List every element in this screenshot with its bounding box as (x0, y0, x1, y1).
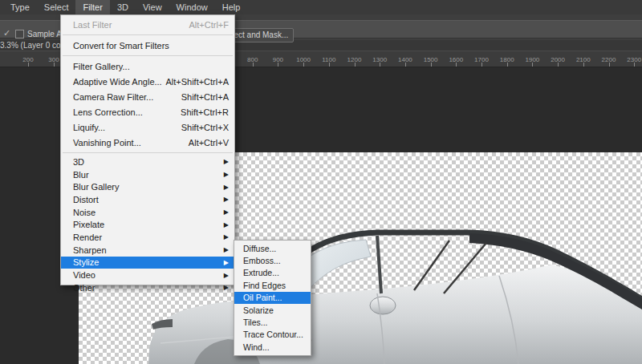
menu-separator (63, 152, 233, 153)
menu-item-blur-gallery[interactable]: Blur Gallery ▶ (61, 180, 234, 193)
submenu-arrow-icon: ▶ (222, 233, 229, 241)
ruler-tick (329, 63, 330, 67)
ruler-tick (405, 63, 406, 67)
menu-separator (63, 55, 233, 56)
menu-item-other[interactable]: Other ▶ (61, 281, 234, 294)
menu-item-blur[interactable]: Blur ▶ (61, 168, 234, 181)
submenu-arrow-icon: ▶ (222, 246, 229, 253)
ruler-tick (355, 63, 356, 67)
stylize-submenu: Diffuse... Emboss... Extrude... Find Edg… (234, 240, 311, 356)
submenu-arrow-icon: ▶ (222, 259, 229, 266)
ruler-tick (28, 63, 29, 67)
submenu-arrow-icon: ▶ (222, 272, 229, 279)
filter-dropdown-menu: Last Filter Alt+Ctrl+F Convert for Smart… (60, 14, 235, 285)
ruler-tick (634, 63, 635, 67)
menu-item-liquify[interactable]: Liquify... Shift+Ctrl+X (61, 119, 234, 135)
menu-filter[interactable]: Filter (75, 0, 109, 14)
ruler-tick (380, 63, 380, 67)
menu-help[interactable]: Help (215, 0, 248, 14)
submenu-item-trace-contour[interactable]: Trace Contour... (234, 329, 311, 341)
menu-item-convert-for-smart-filters[interactable]: Convert for Smart Filters (61, 38, 234, 53)
menu-bar: Type Select Filter 3D View Window Help (0, 0, 642, 14)
submenu-item-solarize[interactable]: Solarize (234, 304, 311, 316)
menu-view[interactable]: View (136, 0, 169, 14)
submenu-arrow-icon: ▶ (222, 221, 229, 229)
menu-item-camera-raw-filter[interactable]: Camera Raw Filter... Shift+Ctrl+A (61, 89, 234, 104)
menu-item-video[interactable]: Video ▶ (61, 269, 234, 281)
menu-item-3d[interactable]: 3D ▶ (61, 156, 234, 168)
checkmark-icon: ✓ (3, 28, 10, 38)
menu-item-filter-gallery[interactable]: Filter Gallery... (61, 59, 234, 74)
submenu-item-find-edges[interactable]: Find Edges (234, 279, 311, 291)
document-tab-title[interactable]: 3.3% (Layer 0 cop (0, 41, 63, 50)
menu-item-render[interactable]: Render ▶ (61, 231, 234, 244)
menu-select[interactable]: Select (37, 0, 76, 14)
menu-item-adaptive-wide-angle[interactable]: Adaptive Wide Angle... Alt+Shift+Ctrl+A (61, 74, 234, 89)
ruler-tick (431, 63, 432, 67)
menu-item-vanishing-point[interactable]: Vanishing Point... Alt+Ctrl+V (61, 135, 234, 150)
ruler-tick (54, 63, 55, 67)
submenu-arrow-icon: ▶ (222, 184, 229, 191)
menu-item-lens-correction[interactable]: Lens Correction... Shift+Ctrl+R (61, 104, 234, 119)
ruler-tick (532, 63, 533, 67)
ruler-tick (253, 63, 254, 67)
ruler-tick (507, 63, 508, 67)
ruler-tick (482, 63, 482, 67)
menu-item-last-filter: Last Filter Alt+Ctrl+F (61, 17, 234, 32)
ruler-tick (609, 63, 610, 67)
ruler-tick (303, 63, 304, 67)
submenu-item-oil-paint[interactable]: Oil Paint... (234, 292, 311, 304)
submenu-item-diffuse[interactable]: Diffuse... (234, 242, 311, 254)
ruler-tick (278, 63, 278, 67)
submenu-item-emboss[interactable]: Emboss... (234, 254, 311, 266)
submenu-arrow-icon: ▶ (222, 196, 229, 203)
menu-3d[interactable]: 3D (110, 0, 136, 14)
ruler-tick (456, 63, 457, 67)
ruler-tick (583, 63, 584, 67)
submenu-item-extrude[interactable]: Extrude... (234, 267, 311, 279)
submenu-item-tiles[interactable]: Tiles... (234, 316, 311, 328)
menu-item-distort[interactable]: Distort ▶ (61, 193, 234, 206)
menu-item-pixelate[interactable]: Pixelate ▶ (61, 218, 234, 231)
submenu-arrow-icon: ▶ (222, 208, 229, 216)
sample-all-checkbox[interactable] (15, 30, 24, 38)
menu-item-sharpen[interactable]: Sharpen ▶ (61, 244, 234, 257)
ruler-tick (558, 63, 559, 67)
submenu-arrow-icon: ▶ (222, 158, 229, 165)
menu-type[interactable]: Type (3, 0, 37, 14)
menu-separator (63, 34, 233, 35)
submenu-arrow-icon: ▶ (222, 284, 229, 291)
menu-item-stylize[interactable]: Stylize ▶ (61, 257, 234, 269)
menu-item-noise[interactable]: Noise ▶ (61, 206, 234, 219)
menu-window[interactable]: Window (169, 0, 215, 14)
submenu-arrow-icon: ▶ (222, 171, 229, 178)
submenu-item-wind[interactable]: Wind... (234, 341, 311, 353)
